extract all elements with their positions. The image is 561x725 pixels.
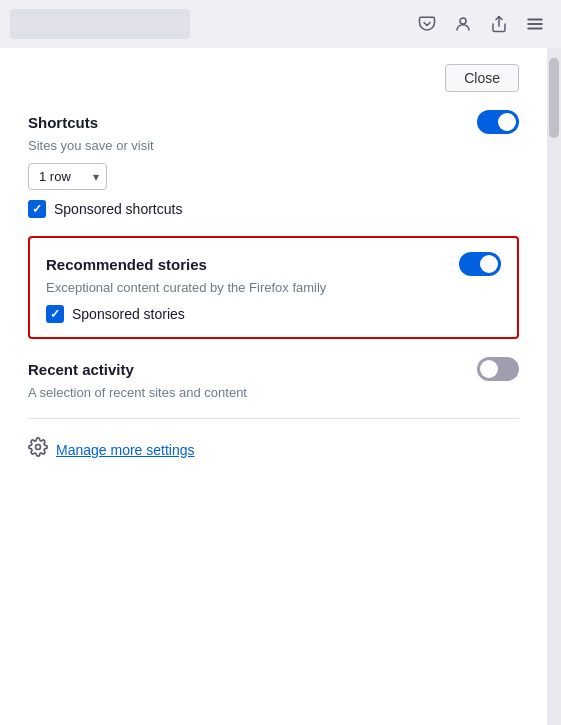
share-icon[interactable] [485, 10, 513, 38]
shortcuts-dropdown-row: 1 row 2 rows 3 rows [28, 163, 519, 190]
manage-link-row: Manage more settings [28, 437, 519, 462]
recommended-stories-section: Recommended stories Exceptional content … [28, 236, 519, 339]
shortcuts-desc: Sites you save or visit [28, 138, 519, 153]
sponsored-stories-label: Sponsored stories [72, 306, 185, 322]
recent-activity-toggle[interactable] [477, 357, 519, 381]
shortcuts-section: Shortcuts Sites you save or visit 1 row … [28, 110, 519, 218]
shortcuts-header: Shortcuts [28, 110, 519, 134]
account-icon[interactable] [449, 10, 477, 38]
shortcuts-dropdown-wrapper: 1 row 2 rows 3 rows [28, 163, 107, 190]
manage-more-settings-link[interactable]: Manage more settings [56, 442, 195, 458]
recommended-stories-toggle-track[interactable] [459, 252, 501, 276]
shortcuts-row-dropdown[interactable]: 1 row 2 rows 3 rows [28, 163, 107, 190]
close-row: Close [28, 64, 519, 92]
recent-activity-title: Recent activity [28, 361, 134, 378]
settings-panel: Close Shortcuts Sites you save or visit … [0, 48, 547, 725]
close-button[interactable]: Close [445, 64, 519, 92]
recommended-stories-header: Recommended stories [46, 252, 501, 276]
shortcuts-title: Shortcuts [28, 114, 98, 131]
menu-icon[interactable] [521, 10, 549, 38]
pocket-icon[interactable] [413, 10, 441, 38]
recommended-stories-toggle-thumb [480, 255, 498, 273]
shortcuts-toggle[interactable] [477, 110, 519, 134]
recent-activity-toggle-thumb [480, 360, 498, 378]
recommended-stories-desc: Exceptional content curated by the Firef… [46, 280, 501, 295]
svg-point-5 [36, 445, 41, 450]
gear-icon [28, 437, 48, 462]
recommended-stories-toggle[interactable] [459, 252, 501, 276]
scrollbar-thumb[interactable] [549, 58, 559, 138]
divider [28, 418, 519, 419]
recent-activity-header: Recent activity [28, 357, 519, 381]
browser-toolbar [0, 0, 561, 48]
sponsored-shortcuts-label: Sponsored shortcuts [54, 201, 182, 217]
sponsored-stories-checkbox[interactable] [46, 305, 64, 323]
scrollbar[interactable] [547, 48, 561, 725]
sponsored-stories-row: Sponsored stories [46, 305, 501, 323]
address-bar [10, 9, 190, 39]
sponsored-shortcuts-row: Sponsored shortcuts [28, 200, 519, 218]
svg-point-0 [460, 18, 466, 24]
sponsored-shortcuts-checkbox[interactable] [28, 200, 46, 218]
recent-activity-section: Recent activity A selection of recent si… [28, 357, 519, 400]
recent-activity-toggle-track[interactable] [477, 357, 519, 381]
recommended-stories-title: Recommended stories [46, 256, 207, 273]
recent-activity-desc: A selection of recent sites and content [28, 385, 519, 400]
shortcuts-toggle-track[interactable] [477, 110, 519, 134]
shortcuts-toggle-thumb [498, 113, 516, 131]
